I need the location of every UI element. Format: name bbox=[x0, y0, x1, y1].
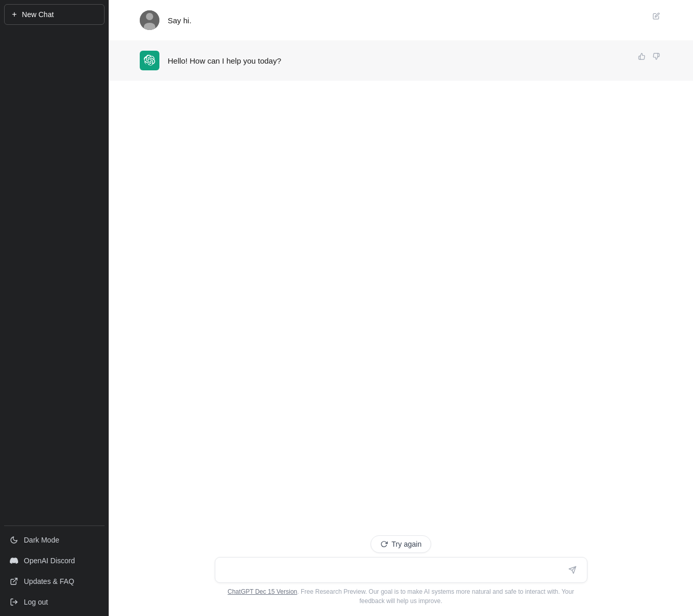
discord-icon bbox=[9, 556, 19, 565]
user-message-text: Say hi. bbox=[168, 10, 662, 27]
sidebar-item-updates-faq[interactable]: Updates & FAQ bbox=[4, 572, 105, 591]
edit-message-button[interactable] bbox=[651, 10, 662, 22]
chat-area: Say hi. Hello! How can I help you today? bbox=[109, 0, 693, 527]
updates-faq-label: Updates & FAQ bbox=[24, 577, 74, 585]
user-avatar-img bbox=[140, 10, 159, 30]
sidebar: + New Chat Dark Mode OpenAI Discord bbox=[0, 0, 109, 616]
sidebar-bottom: Dark Mode OpenAI Discord Updates & FAQ bbox=[4, 530, 105, 612]
disclaimer: ChatGPT Dec 15 Version. Free Research Pr… bbox=[215, 587, 587, 612]
disclaimer-text: . Free Research Preview. Our goal is to … bbox=[297, 588, 574, 605]
avatar bbox=[140, 10, 159, 30]
plus-icon: + bbox=[12, 10, 17, 19]
user-message-actions bbox=[651, 10, 662, 22]
logout-label: Log out bbox=[24, 598, 48, 606]
openai-avatar bbox=[140, 51, 159, 70]
main-panel: Say hi. Hello! How can I help you today? bbox=[109, 0, 693, 616]
bottom-area: Try again ChatGPT Dec 15 Version. Free R… bbox=[109, 527, 693, 616]
try-again-button[interactable]: Try again bbox=[371, 535, 432, 553]
ai-message-actions bbox=[636, 51, 662, 62]
logout-icon bbox=[9, 597, 19, 607]
sidebar-item-discord[interactable]: OpenAI Discord bbox=[4, 551, 105, 570]
sidebar-item-dark-mode[interactable]: Dark Mode bbox=[4, 530, 105, 550]
new-chat-button[interactable]: + New Chat bbox=[4, 4, 105, 25]
try-again-label: Try again bbox=[392, 540, 422, 548]
new-chat-label: New Chat bbox=[22, 10, 53, 19]
chat-input[interactable] bbox=[224, 565, 566, 575]
send-icon bbox=[568, 566, 577, 574]
thumbs-down-button[interactable] bbox=[651, 51, 662, 62]
thumbs-up-button[interactable] bbox=[636, 51, 647, 62]
sidebar-divider bbox=[4, 525, 105, 526]
send-button[interactable] bbox=[566, 564, 579, 576]
dark-mode-label: Dark Mode bbox=[24, 536, 59, 544]
ai-message-text: Hello! How can I help you today? bbox=[168, 51, 662, 67]
disclaimer-link[interactable]: ChatGPT Dec 15 Version bbox=[228, 588, 298, 595]
ai-message-row: Hello! How can I help you today? bbox=[109, 40, 693, 81]
discord-label: OpenAI Discord bbox=[24, 557, 75, 565]
moon-icon bbox=[9, 535, 19, 545]
svg-line-0 bbox=[13, 578, 17, 582]
sidebar-item-logout[interactable]: Log out bbox=[4, 592, 105, 612]
refresh-icon bbox=[380, 540, 388, 548]
sidebar-spacer bbox=[4, 25, 105, 521]
external-link-icon bbox=[9, 577, 19, 586]
input-row bbox=[215, 557, 587, 583]
user-message-row: Say hi. bbox=[109, 0, 693, 40]
